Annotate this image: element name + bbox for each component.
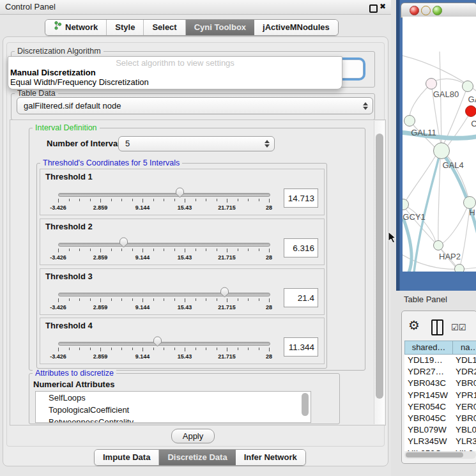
node-table[interactable]: YDL19…YDL1…YDR27…YDR2…YBR043CYBR0…YPR145…: [404, 355, 476, 451]
tab-select[interactable]: Select: [144, 20, 185, 35]
tick-label: 9.144: [135, 204, 150, 211]
mouse-cursor: [388, 231, 397, 244]
float-window-icon[interactable]: [369, 4, 378, 13]
node-label-gal4: GAL4: [442, 160, 463, 170]
minor-tick: [164, 298, 164, 301]
tab-jactivemnodules[interactable]: jActiveMNodules: [254, 20, 338, 35]
tab-cyni-toolbox[interactable]: Cyni Toolbox: [186, 20, 254, 35]
table-row[interactable]: YBR043CYBR0…: [404, 378, 476, 389]
mac-minimize-icon[interactable]: [421, 6, 431, 15]
minor-tick: [174, 249, 175, 251]
minor-tick: [196, 348, 196, 350]
network-node[interactable]: [433, 240, 443, 250]
column-header-shared-name[interactable]: shared…: [404, 341, 453, 355]
tab-style[interactable]: Style: [107, 20, 144, 35]
table-row[interactable]: YBL079WYBL0…: [404, 424, 476, 436]
table-row[interactable]: YBR045CYBR0…: [404, 413, 476, 424]
minor-tick: [217, 348, 217, 350]
numerical-attributes-list[interactable]: SelfLoopsTopologicalCoefficientBetweenne…: [35, 391, 311, 423]
cell-name: YDL1…: [456, 355, 476, 366]
list-scrollbar-thumb[interactable]: [302, 393, 309, 416]
network-canvas[interactable]: GAL80GACGAL11GAL4GCY1HHAP2: [403, 17, 476, 272]
mac-close-icon[interactable]: [410, 6, 419, 15]
node-label-gcy1: GCY1: [403, 212, 425, 222]
minor-tick: [90, 298, 91, 301]
threshold-card-3: Threshold 3-3.4262.8599.14415.4321.71528…: [40, 268, 325, 315]
control-panel-titlebar[interactable]: Control Panel ✖: [0, 0, 391, 15]
minor-tick: [196, 199, 196, 201]
network-node[interactable]: [454, 264, 464, 272]
slider-track[interactable]: [58, 293, 270, 296]
cell-shared-name: YDL19…: [408, 355, 443, 366]
slider-track[interactable]: [58, 193, 270, 197]
tab-impute-data[interactable]: Impute Data: [95, 450, 159, 465]
thresholds-legend: Threshold's Coordinates for 5 Intervals: [40, 158, 182, 167]
slider-track[interactable]: [58, 342, 270, 346]
network-node[interactable]: [426, 78, 437, 89]
tab-network[interactable]: Network: [45, 20, 107, 35]
network-node[interactable]: [465, 105, 476, 117]
slider-thumb[interactable]: [119, 237, 128, 250]
table-row[interactable]: YDR27…YDR2…: [404, 366, 476, 378]
horizontal-scrollbar-thumb[interactable]: [406, 452, 463, 457]
table-data-combo[interactable]: galFiltered.sif default node: [17, 97, 373, 114]
vertical-scrollbar-thumb[interactable]: [376, 134, 383, 399]
apply-button[interactable]: Apply: [171, 429, 215, 443]
select-columns-icon[interactable]: ☑☑: [451, 323, 466, 332]
major-tick: [269, 249, 270, 252]
slider-thumb[interactable]: [175, 187, 185, 201]
threshold-value-field[interactable]: 14.713: [284, 188, 318, 208]
cell-name: YBR0…: [456, 413, 476, 424]
close-icon[interactable]: ✖: [380, 2, 386, 11]
threshold-value-field[interactable]: 6.316: [284, 238, 318, 257]
threshold-value-field[interactable]: 21.4: [284, 288, 318, 307]
tick-label: 9.144: [135, 254, 150, 261]
table-row[interactable]: YDL19…YDL1…: [404, 355, 476, 366]
screenshot-root: { "window": { "title": "Control Panel" }…: [0, 0, 476, 476]
cell-name: YPR1…: [456, 390, 476, 401]
table-row[interactable]: YER054CYER0…: [404, 401, 476, 413]
algorithm-option-manual-discretization[interactable]: Manual Discretization: [10, 68, 96, 77]
slider-track[interactable]: [58, 243, 270, 247]
gear-icon[interactable]: ⚙: [408, 319, 420, 332]
column-header-name[interactable]: na…: [452, 341, 476, 355]
threshold-value-field[interactable]: 11.344: [284, 337, 318, 357]
minor-tick: [90, 348, 91, 350]
network-node[interactable]: [404, 115, 415, 127]
table-row[interactable]: YPR145WYPR1…: [404, 390, 476, 401]
attribute-item-selfloops[interactable]: SelfLoops: [36, 392, 311, 404]
table-data-combo-value: galFiltered.sif default node: [24, 98, 121, 114]
split-columns-icon[interactable]: [431, 319, 443, 335]
cell-shared-name: YBL079W: [408, 424, 447, 436]
table-row[interactable]: YLR345WYLR3…: [404, 436, 476, 447]
network-window-titlebar[interactable]: [401, 3, 476, 18]
vertical-scrollbar[interactable]: [374, 121, 385, 424]
cell-name: YBL0…: [456, 424, 476, 436]
cell-shared-name: YPR145W: [408, 390, 448, 401]
tick-label: 2.859: [93, 304, 108, 311]
tab-infer-network[interactable]: Infer Network: [236, 450, 305, 465]
network-node[interactable]: [463, 196, 476, 209]
tick-label: 15.43: [178, 353, 192, 360]
threshold-label: Threshold 2: [45, 222, 93, 231]
algorithm-option-equal-width-frequency-discretization[interactable]: Equal Width/Frequency Discretization: [10, 77, 149, 87]
slider-thumb[interactable]: [220, 287, 229, 300]
minor-tick: [132, 199, 133, 201]
algorithm-hint: Select algorithm to view settings: [8, 58, 342, 68]
horizontal-scrollbar[interactable]: [404, 451, 476, 459]
tick-label: 15.43: [178, 254, 192, 261]
mac-zoom-icon[interactable]: [433, 6, 442, 15]
node-label-h: H: [469, 208, 475, 217]
number-of-intervals-combo[interactable]: 5: [118, 136, 275, 151]
network-node[interactable]: [433, 142, 450, 159]
slider-thumb[interactable]: [153, 336, 162, 349]
tab-discretize-data[interactable]: Discretize Data: [159, 450, 235, 465]
tick-label: 2.859: [93, 254, 108, 261]
attribute-item-topologicalcoefficient[interactable]: TopologicalCoefficient: [36, 404, 311, 416]
network-node[interactable]: [462, 81, 473, 92]
attributes-legend: Attributes to discretize: [33, 369, 116, 378]
major-tick: [58, 249, 59, 252]
minor-tick: [164, 348, 164, 350]
list-scrollbar[interactable]: [302, 393, 309, 421]
attribute-item-betweennesscentrality[interactable]: BetweennessCentrality: [36, 416, 311, 423]
